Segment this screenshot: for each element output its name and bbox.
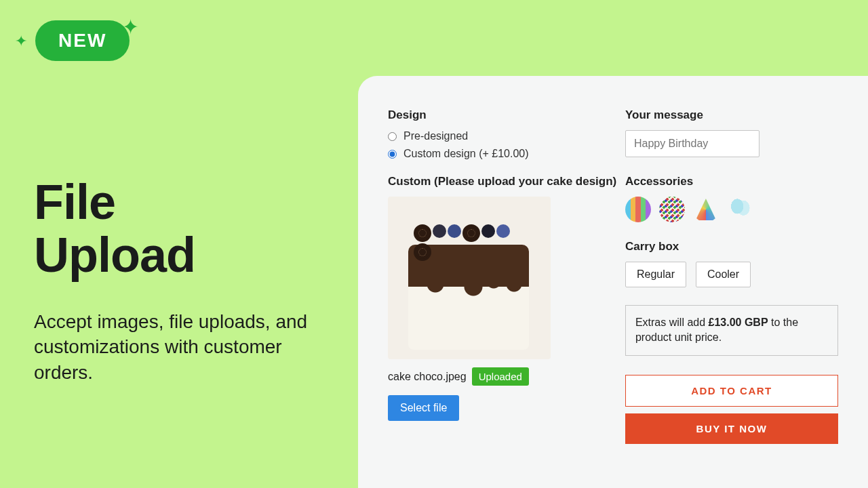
- design-option-predesigned[interactable]: Pre-designed: [388, 130, 617, 142]
- options-column-right: Your message Accessories Carry box Regul…: [625, 108, 838, 488]
- uploaded-status-badge: Uploaded: [472, 367, 529, 386]
- accessories-row: [625, 197, 838, 222]
- accessories-label: Accessories: [625, 175, 838, 188]
- balloons-icon[interactable]: [727, 197, 753, 222]
- extras-prefix: Extras will add: [635, 317, 709, 328]
- sprinkles-icon[interactable]: [659, 197, 685, 222]
- message-input[interactable]: [625, 130, 760, 157]
- uploaded-image-preview[interactable]: [388, 197, 551, 359]
- option-label: Pre-designed: [403, 130, 468, 142]
- candles-icon[interactable]: [625, 197, 651, 222]
- sparkle-icon: ✦: [122, 15, 139, 39]
- add-to-cart-button[interactable]: ADD TO CART: [625, 375, 838, 407]
- select-file-button[interactable]: Select file: [388, 395, 459, 421]
- message-label: Your message: [625, 108, 838, 122]
- design-option-custom[interactable]: Custom design (+ £10.00): [388, 148, 617, 160]
- carry-box-row: Regular Cooler: [625, 262, 838, 287]
- title-line2: Upload: [34, 228, 195, 282]
- custom-upload-label: Custom (Please upload your cake design): [388, 175, 617, 188]
- option-label: Custom design (+ £10.00): [403, 148, 529, 160]
- buy-it-now-button[interactable]: BUY IT NOW: [625, 413, 838, 444]
- new-badge: NEW: [35, 20, 130, 61]
- hero-content: File Upload Accept images, file uploads,…: [34, 176, 319, 386]
- uploaded-filename: cake choco.jpeg: [388, 371, 467, 383]
- product-options-panel: Design Pre-designed Custom design (+ £10…: [358, 76, 868, 488]
- page-title: File Upload: [34, 176, 319, 282]
- file-row: cake choco.jpeg Uploaded: [388, 367, 617, 386]
- radio-custom[interactable]: [388, 150, 397, 159]
- party-hat-icon[interactable]: [693, 197, 719, 222]
- page-subtitle: Accept images, file uploads, and customi…: [34, 309, 319, 386]
- new-badge-wrap: ✦ ✦ NEW: [15, 20, 130, 61]
- extras-summary: Extras will add £13.00 GBP to the produc…: [625, 305, 838, 356]
- design-label: Design: [388, 108, 617, 122]
- extras-amount: £13.00 GBP: [709, 317, 768, 328]
- radio-predesigned[interactable]: [388, 132, 397, 141]
- sparkle-icon: ✦: [15, 33, 27, 50]
- title-line1: File: [34, 175, 115, 229]
- carry-box-label: Carry box: [625, 240, 838, 253]
- options-column-left: Design Pre-designed Custom design (+ £10…: [388, 108, 617, 488]
- carry-option-regular[interactable]: Regular: [625, 262, 686, 287]
- carry-option-cooler[interactable]: Cooler: [696, 262, 751, 287]
